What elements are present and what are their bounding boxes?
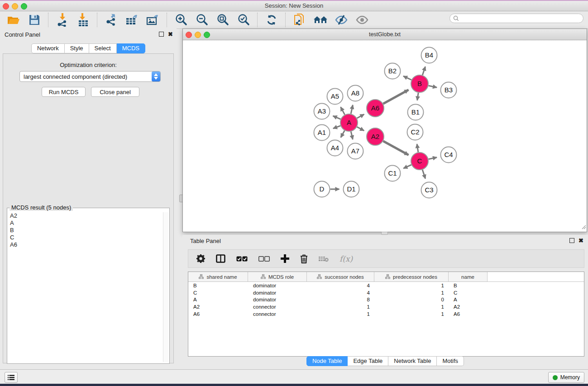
edge-A-A1[interactable] [333, 126, 340, 129]
edge-A6-B[interactable] [383, 90, 409, 104]
edge-C-C4[interactable] [429, 157, 437, 159]
hide-graphics-details-icon[interactable] [334, 13, 349, 27]
cell-shared-name[interactable]: A6 [188, 311, 248, 317]
table-settings-icon[interactable] [196, 254, 205, 263]
node-A2[interactable]: A2 [367, 128, 384, 145]
cell-MCDS-role[interactable]: dominator [248, 283, 307, 288]
result-item[interactable]: C [9, 234, 163, 241]
edge-A-A4[interactable] [341, 131, 345, 138]
import-table-icon[interactable] [76, 13, 91, 27]
result-item[interactable]: B [9, 227, 163, 234]
edge-C-C1[interactable] [403, 165, 411, 168]
node-C1[interactable]: C1 [385, 166, 401, 181]
node-B[interactable]: B [411, 75, 428, 92]
save-session-icon[interactable] [27, 13, 42, 27]
edge-C-C3[interactable] [422, 170, 425, 179]
node-D[interactable]: D [314, 181, 330, 197]
edge-B-B2[interactable] [403, 76, 411, 80]
column-header-MCDS-role[interactable]: MCDS role [248, 272, 307, 281]
cell-predecessor-nodes[interactable]: 1 [374, 311, 449, 317]
add-column-icon[interactable] [281, 254, 289, 263]
cell-name[interactable]: B [449, 283, 488, 288]
cell-successor-nodes[interactable]: 1 [307, 304, 374, 310]
cell-successor-nodes[interactable]: 4 [307, 290, 374, 295]
cell-name[interactable]: C [449, 290, 488, 295]
edge-C-C2[interactable] [417, 144, 418, 152]
cell-shared-name[interactable]: A2 [188, 304, 248, 310]
edge-A-A2[interactable] [357, 127, 364, 130]
table-row[interactable]: Adominator80A [188, 296, 584, 304]
delete-column-icon[interactable] [300, 254, 308, 263]
edge-A-A6[interactable] [357, 114, 364, 119]
float-table-panel-icon[interactable] [569, 238, 574, 243]
column-header-shared-name[interactable]: shared name [188, 272, 248, 281]
export-table-icon[interactable] [125, 13, 139, 27]
node-A3[interactable]: A3 [314, 104, 330, 119]
node-C2[interactable]: C2 [407, 124, 423, 140]
tab-edge-table[interactable]: Edge Table [348, 356, 388, 366]
node-A[interactable]: A [340, 114, 358, 131]
edge-A-A8[interactable] [351, 105, 353, 114]
cell-name[interactable]: A6 [449, 311, 488, 317]
horizontal-divider-grip[interactable] [381, 232, 388, 235]
node-A1[interactable]: A1 [314, 125, 330, 141]
network-from-file-icon[interactable] [292, 13, 307, 27]
network-minimize-button[interactable] [195, 32, 201, 38]
node-B3[interactable]: B3 [441, 82, 457, 98]
float-panel-icon[interactable] [159, 32, 164, 37]
node-B4[interactable]: B4 [421, 48, 437, 63]
close-table-panel-icon[interactable]: ✖ [578, 238, 583, 243]
tab-network-table[interactable]: Network Table [388, 356, 437, 366]
network-close-button[interactable] [186, 32, 192, 38]
export-network-icon[interactable] [104, 13, 119, 27]
tab-motifs[interactable]: Motifs [437, 356, 464, 366]
edge-B-B4[interactable] [422, 67, 425, 75]
node-B1[interactable]: B1 [408, 105, 424, 120]
table-row[interactable]: A2connector11A2 [188, 303, 584, 310]
cell-predecessor-nodes[interactable]: 1 [374, 290, 449, 295]
memory-button[interactable]: Memory [548, 372, 584, 383]
cell-shared-name[interactable]: C [188, 290, 248, 295]
node-D1[interactable]: D1 [344, 181, 359, 197]
cell-MCDS-role[interactable]: connector [248, 304, 307, 310]
network-window-titlebar[interactable]: testGlobe.txt [183, 29, 587, 40]
tab-node-table[interactable]: Node Table [306, 356, 348, 366]
open-file-icon[interactable] [6, 13, 21, 27]
network-graph[interactable]: B4B2BB3A8A5A6A3B1AA1C2A2A4A7C4CC1C3DD1 [183, 40, 587, 232]
close-window-button[interactable] [3, 3, 9, 10]
cell-successor-nodes[interactable]: 4 [307, 283, 374, 288]
tab-network[interactable]: Network [31, 43, 65, 53]
node-B2[interactable]: B2 [385, 63, 401, 79]
node-C3[interactable]: C3 [421, 182, 437, 198]
node-A6[interactable]: A6 [367, 100, 384, 117]
export-image-icon[interactable] [146, 13, 160, 27]
node-A8[interactable]: A8 [348, 86, 363, 101]
cell-shared-name[interactable]: B [188, 283, 248, 288]
minimize-window-button[interactable] [12, 3, 18, 10]
zoom-fit-icon[interactable] [215, 13, 230, 27]
cell-MCDS-role[interactable]: dominator [248, 290, 307, 295]
select-all-icon[interactable] [236, 256, 248, 262]
show-graphics-details-icon[interactable] [355, 13, 369, 27]
zoom-in-icon[interactable] [174, 13, 188, 27]
network-canvas[interactable]: B4B2BB3A8A5A6A3B1AA1C2A2A4A7C4CC1C3DD1 [183, 40, 587, 232]
result-item[interactable]: A [9, 219, 163, 227]
result-item[interactable]: A6 [9, 241, 163, 248]
edge-A2-C[interactable] [383, 141, 409, 155]
refresh-icon[interactable] [264, 13, 279, 27]
cell-successor-nodes[interactable]: 1 [307, 311, 374, 317]
table-row[interactable]: Bdominator41B [188, 282, 584, 289]
deselect-all-icon[interactable] [258, 256, 270, 262]
tab-select[interactable]: Select [89, 43, 117, 53]
edge-A-A7[interactable] [351, 132, 353, 140]
zoom-selected-icon[interactable] [236, 13, 251, 27]
zoom-out-icon[interactable] [195, 13, 209, 27]
mcds-result-list[interactable]: A2ABCA6 [9, 212, 163, 362]
cell-MCDS-role[interactable]: dominator [248, 297, 307, 302]
node-A5[interactable]: A5 [327, 89, 343, 105]
table-row[interactable]: Cdominator41C [188, 289, 584, 296]
table-row[interactable]: A6connector11A6 [188, 310, 584, 318]
cell-shared-name[interactable]: A [188, 297, 248, 302]
import-network-icon[interactable] [55, 13, 70, 27]
maximize-window-button[interactable] [21, 3, 27, 10]
